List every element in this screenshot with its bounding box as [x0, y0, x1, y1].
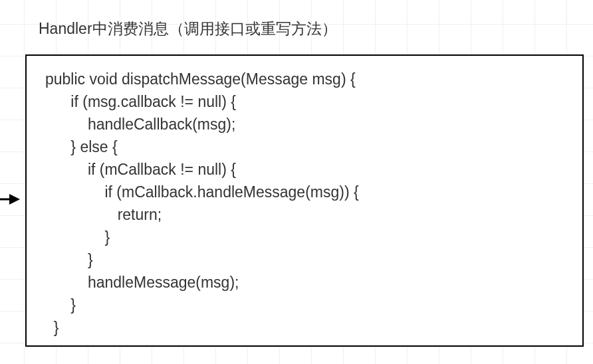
- code-line-9: }: [45, 251, 93, 268]
- code-line-5: if (mCallback != null) {: [45, 161, 236, 178]
- code-line-7: return;: [45, 206, 162, 223]
- code-block-container: public void dispatchMessage(Message msg)…: [25, 54, 584, 347]
- code-line-4: } else {: [45, 138, 118, 155]
- code-line-2: if (msg.callback != null) {: [45, 93, 236, 110]
- diagram-title: Handler中消费消息（调用接口或重写方法）: [39, 19, 337, 39]
- code-line-12: }: [45, 319, 59, 336]
- code-line-1: public void dispatchMessage(Message msg)…: [45, 70, 356, 88]
- code-line-6: if (mCallback.handleMessage(msg)) {: [45, 183, 359, 201]
- code-line-3: handleCallback(msg);: [45, 116, 235, 133]
- svg-marker-1: [9, 194, 20, 205]
- code-line-10: handleMessage(msg);: [45, 274, 239, 291]
- code-line-11: }: [45, 296, 76, 314]
- code-line-8: }: [45, 228, 110, 246]
- arrow-icon: [0, 191, 21, 207]
- code-content: public void dispatchMessage(Message msg)…: [45, 68, 564, 339]
